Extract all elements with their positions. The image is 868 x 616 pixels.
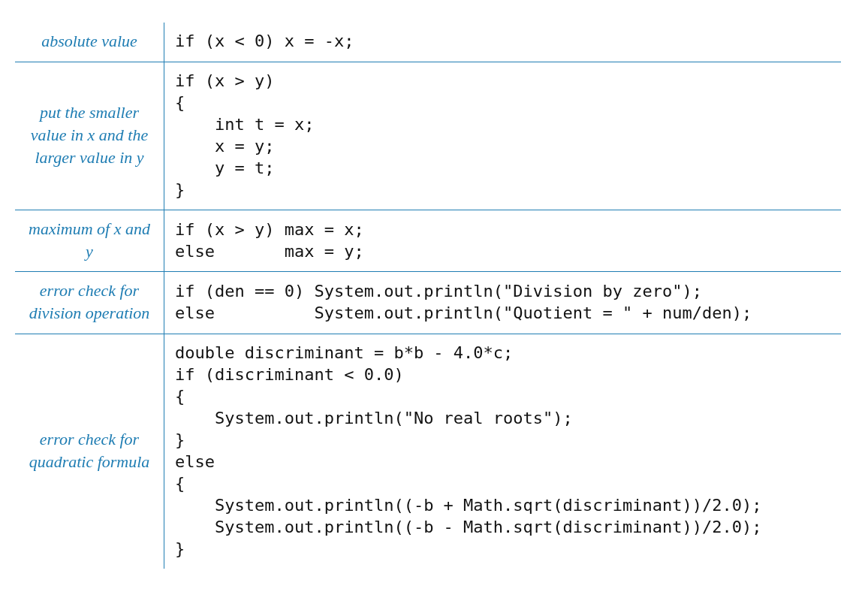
code-examples-table: absolute value if (x < 0) x = -x; put th…: [15, 23, 841, 569]
table-row: put the smaller value in x and the large…: [15, 62, 841, 210]
table-row: maximum of x and y if (x > y) max = x; e…: [15, 210, 841, 271]
table-row: error check for division operation if (d…: [15, 272, 841, 334]
row-code: if (x > y) max = x; else max = y;: [164, 210, 842, 271]
table-row: absolute value if (x < 0) x = -x;: [15, 23, 841, 62]
row-code: if (x < 0) x = -x;: [164, 23, 842, 62]
row-code: double discriminant = b*b - 4.0*c; if (d…: [164, 334, 842, 569]
row-label: put the smaller value in x and the large…: [15, 62, 164, 210]
row-label: absolute value: [15, 23, 164, 62]
row-label: error check for quadratic formula: [15, 334, 164, 569]
row-label: error check for division operation: [15, 272, 164, 334]
table-row: error check for quadratic formula double…: [15, 334, 841, 569]
row-code: if (x > y) { int t = x; x = y; y = t; }: [164, 62, 842, 210]
row-label: maximum of x and y: [15, 210, 164, 271]
row-code: if (den == 0) System.out.println("Divisi…: [164, 272, 842, 334]
